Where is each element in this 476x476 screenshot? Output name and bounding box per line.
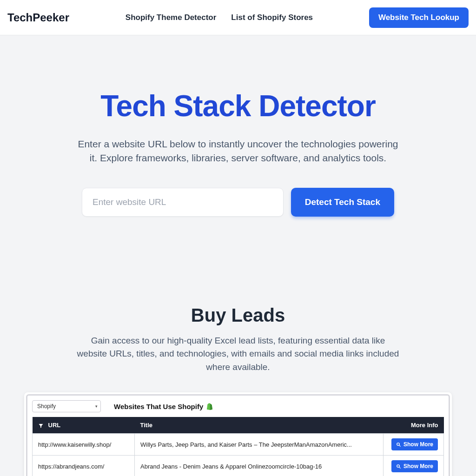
leads-preview-inner: Shopify ▾ Websites That Use Shopify: [26, 394, 450, 476]
table-row: http://www.kaiserwilly.shop/ Willys Part…: [33, 434, 444, 456]
select-value: Shopify: [37, 403, 56, 410]
search-icon: [396, 464, 401, 469]
leads-preview-card: Shopify ▾ Websites That Use Shopify: [24, 392, 452, 476]
buy-leads-section: Buy Leads Gain access to our high-qualit…: [0, 217, 476, 476]
search-icon: [396, 442, 401, 447]
website-url-input[interactable]: [82, 188, 284, 217]
cell-title: Willys Parts, Jeep Parts, and Kaiser Par…: [135, 434, 383, 456]
logo[interactable]: TechPeeker: [7, 11, 69, 24]
leads-title: Buy Leads: [19, 305, 457, 326]
column-title: Title: [135, 417, 383, 434]
cell-url: http://www.kaiserwilly.shop/: [33, 434, 135, 456]
leads-table: URL Title More Info http://www.kaiserwil…: [32, 417, 444, 476]
column-more-info: More Info: [383, 417, 444, 434]
column-url: URL: [33, 417, 135, 434]
svg-point-2: [397, 465, 400, 468]
svg-point-0: [397, 443, 400, 446]
table-row: https://abrandjeans.com/ Abrand Jeans - …: [33, 456, 444, 476]
tech-filter-select[interactable]: Shopify ▾: [32, 400, 101, 412]
nav-link-shopify-theme-detector[interactable]: Shopify Theme Detector: [126, 13, 217, 22]
cell-action: Show More: [383, 456, 444, 476]
filter-icon: [38, 423, 44, 429]
col-url-label: URL: [48, 422, 61, 429]
url-search-form: Detect Tech Stack: [82, 188, 394, 217]
leads-subtitle: Gain access to our high-quality Excel le…: [75, 334, 401, 374]
hero-subtitle: Enter a website URL below to instantly u…: [75, 137, 401, 165]
table-header-row: URL Title More Info: [33, 417, 444, 434]
preview-heading: Websites That Use Shopify: [114, 403, 203, 410]
svg-line-1: [399, 445, 401, 447]
website-tech-lookup-button[interactable]: Website Tech Lookup: [369, 7, 469, 28]
cell-title: Abrand Jeans - Denim Jeans & Apparel Onl…: [135, 456, 383, 476]
chevron-down-icon: ▾: [95, 404, 98, 409]
show-more-button[interactable]: Show More: [391, 460, 438, 472]
nav-link-list-of-shopify-stores[interactable]: List of Shopify Stores: [231, 13, 313, 22]
shopify-icon: [206, 403, 213, 410]
cell-url: https://abrandjeans.com/: [33, 456, 135, 476]
hero-title: Tech Stack Detector: [19, 89, 457, 123]
hero-section: Tech Stack Detector Enter a website URL …: [0, 35, 476, 217]
cell-action: Show More: [383, 434, 444, 456]
show-more-label: Show More: [403, 441, 433, 448]
top-nav: TechPeeker Shopify Theme Detector List o…: [0, 0, 476, 35]
nav-links: Shopify Theme Detector List of Shopify S…: [69, 13, 369, 22]
show-more-label: Show More: [403, 463, 433, 469]
svg-line-3: [399, 467, 401, 469]
preview-header: Shopify ▾ Websites That Use Shopify: [32, 400, 444, 417]
preview-heading-wrap: Websites That Use Shopify: [114, 403, 213, 410]
detect-tech-stack-button[interactable]: Detect Tech Stack: [291, 188, 394, 217]
show-more-button[interactable]: Show More: [391, 438, 438, 450]
